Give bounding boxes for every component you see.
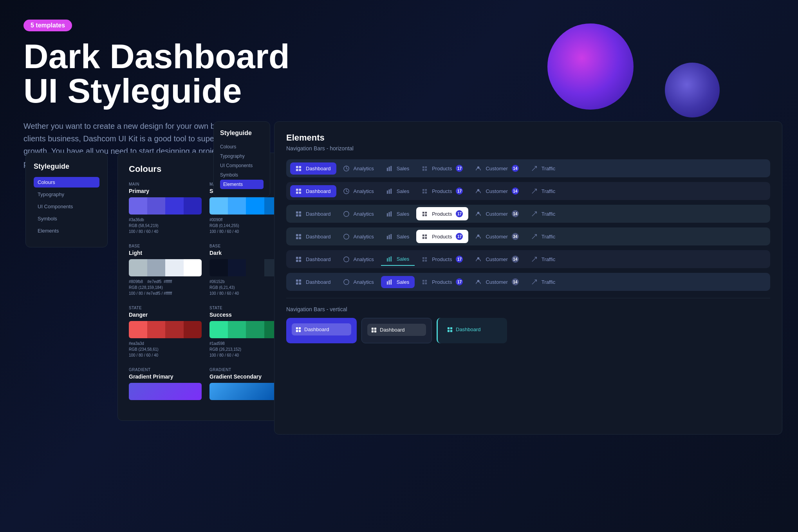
nav-item-sales-4[interactable]: Sales — [381, 231, 415, 243]
nav-item-traffic-4[interactable]: Traffic — [526, 231, 561, 243]
sidebar-item-colours[interactable]: Colours — [34, 177, 99, 188]
svg-rect-11 — [296, 191, 298, 194]
nav-item-products-4[interactable]: Products 17 — [416, 230, 468, 243]
nav-item-dashboard-5[interactable]: Dashboard — [290, 253, 336, 265]
colour-dark: BASE Dark #06152bRGB (6,21,43)100 / 80 /… — [209, 244, 282, 296]
dark-swatches — [209, 259, 282, 276]
vert-nav-card-1: Dashboard — [286, 318, 357, 343]
svg-point-22 — [344, 211, 349, 216]
grad-primary-swatches — [129, 383, 202, 400]
primary-label: MAIN — [129, 182, 202, 186]
menu-item-ui-components[interactable]: UI Components — [220, 161, 264, 170]
nav-item-dashboard-4[interactable]: Dashboard — [290, 231, 336, 243]
products-badge-3: 17 — [456, 210, 463, 217]
svg-rect-54 — [296, 327, 298, 329]
sidebar-item-ui-components[interactable]: UI Components — [34, 201, 99, 212]
nav-item-customer-3[interactable]: Customer 14 — [470, 207, 524, 220]
nav-item-traffic-2[interactable]: Traffic — [526, 185, 561, 197]
svg-rect-3 — [299, 169, 301, 171]
nav-item-customer-4[interactable]: Customer 34 — [470, 230, 524, 243]
nav-item-analytics-6[interactable]: Analytics — [338, 276, 379, 288]
nav-item-dashboard-2[interactable]: Dashboard — [290, 185, 336, 197]
swatch — [129, 197, 147, 215]
colour-gradient-secondary: GRADIENT Gradient Secondary — [209, 368, 282, 400]
vert-nav-card-2: Dashboard — [361, 318, 432, 343]
hero-title: Dark DashboardUI Styleguide — [23, 39, 290, 108]
nav-item-customer-6[interactable]: Customer 14 — [470, 275, 524, 289]
nav-item-traffic-5[interactable]: Traffic — [526, 253, 561, 265]
nav-item-products-1[interactable]: Products 17 — [416, 162, 468, 175]
customer-badge-3: 14 — [512, 210, 519, 217]
nav-bar-5: Dashboard Analytics Sales Products 17 Cu… — [286, 250, 770, 268]
nav-item-analytics-2[interactable]: Analytics — [338, 185, 379, 197]
customer-badge-5: 14 — [512, 256, 519, 263]
menu-item-colours[interactable]: Colours — [220, 142, 264, 151]
nav-item-products-6[interactable]: Products 17 — [416, 275, 468, 289]
svg-rect-52 — [390, 279, 392, 284]
light-name: Light — [129, 250, 202, 256]
menu-item-typography[interactable]: Typography — [220, 151, 264, 161]
svg-rect-45 — [296, 279, 298, 281]
grad-primary-label: GRADIENT — [129, 368, 202, 372]
nav-item-dashboard-3[interactable]: Dashboard — [290, 208, 336, 220]
svg-rect-18 — [296, 211, 298, 213]
svg-rect-43 — [390, 256, 392, 261]
svg-rect-15 — [388, 189, 390, 193]
nav-item-traffic-6[interactable]: Traffic — [526, 276, 561, 288]
nav-item-analytics-4[interactable]: Analytics — [338, 231, 379, 243]
nav-item-products-2[interactable]: Products 17 — [416, 184, 468, 198]
nav-item-analytics-5[interactable]: Analytics — [338, 253, 379, 265]
nav-item-customer-2[interactable]: Customer 14 — [470, 184, 524, 198]
nav-item-traffic-1[interactable]: Traffic — [526, 162, 561, 175]
nav-item-sales-5[interactable]: Sales — [381, 253, 415, 266]
nav-item-analytics-3[interactable]: Analytics — [338, 208, 379, 220]
danger-label: STATE — [129, 306, 202, 310]
svg-rect-19 — [299, 211, 301, 213]
sidebar-item-typography[interactable]: Typography — [34, 189, 99, 200]
svg-rect-51 — [388, 280, 390, 284]
menu-item-elements[interactable]: Elements — [220, 180, 264, 189]
nav-item-products-5[interactable]: Products 17 — [416, 252, 468, 266]
sidebar-item-symbols[interactable]: Symbols — [34, 213, 99, 224]
light-label: BASE — [129, 244, 202, 248]
svg-rect-7 — [390, 166, 392, 171]
success-swatches — [209, 321, 282, 338]
svg-rect-64 — [448, 330, 450, 332]
svg-rect-28 — [299, 234, 301, 236]
vert-item-dashboard-2[interactable]: Dashboard — [367, 324, 426, 336]
nav-item-sales-2[interactable]: Sales — [381, 185, 415, 197]
nav-item-sales-6[interactable]: Sales — [381, 276, 415, 288]
svg-rect-57 — [299, 330, 301, 332]
vert-item-dashboard-3[interactable]: Dashboard — [443, 323, 502, 335]
elements-title: Elements — [286, 133, 770, 143]
success-label: STATE — [209, 306, 282, 310]
svg-rect-63 — [450, 327, 452, 329]
svg-rect-23 — [387, 213, 388, 216]
swatch — [209, 321, 228, 338]
colour-success: STATE Success #1ad598RGB (26,213,152)100… — [209, 306, 282, 358]
svg-rect-60 — [372, 330, 374, 332]
swatch — [165, 197, 184, 215]
styleguide-sidebar-panel: Styleguide Colours Typography UI Compone… — [25, 153, 108, 247]
nav-item-traffic-3[interactable]: Traffic — [526, 208, 561, 220]
vert-item-dashboard-1[interactable]: Dashboard — [292, 323, 351, 335]
nav-item-sales-3[interactable]: Sales — [381, 208, 415, 220]
nav-bar-6: Dashboard Analytics Sales Products 17 Cu… — [286, 273, 770, 291]
nav-item-analytics-1[interactable]: Analytics — [338, 162, 379, 175]
nav-item-products-3[interactable]: Products 17 — [416, 207, 468, 220]
success-name: Success — [209, 312, 282, 318]
orb-medium — [665, 63, 720, 117]
nav-item-sales-1[interactable]: Sales — [381, 162, 415, 175]
nav-item-dashboard-1[interactable]: Dashboard — [290, 162, 336, 175]
menu-item-symbols[interactable]: Symbols — [220, 170, 264, 180]
nav-item-customer-1[interactable]: Customer 14 — [470, 162, 524, 175]
swatch — [246, 197, 264, 215]
nav-item-customer-5[interactable]: Customer 14 — [470, 252, 524, 266]
svg-rect-21 — [299, 214, 301, 216]
products-badge-2: 17 — [456, 188, 463, 195]
styleguide-menu-panel: Styleguide Colours Typography UI Compone… — [213, 121, 270, 197]
dark-name: Dark — [209, 250, 282, 256]
swatch — [165, 321, 184, 338]
nav-item-dashboard-6[interactable]: Dashboard — [290, 276, 336, 288]
sidebar-item-elements[interactable]: Elements — [34, 225, 99, 236]
